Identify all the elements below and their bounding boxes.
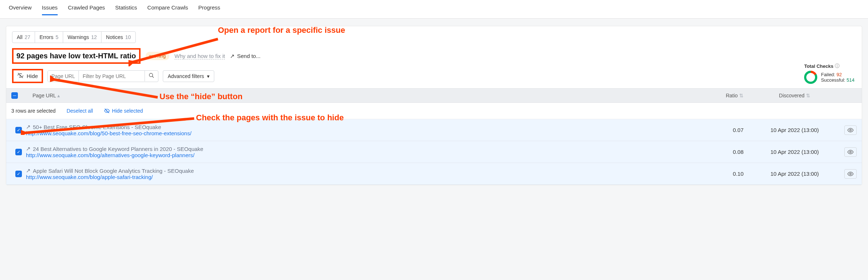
filter-count: 27	[25, 34, 31, 40]
row-checkbox[interactable]: ✓	[15, 171, 22, 177]
page-title: 50+ Best Free SEO Chrome Extensions - SE…	[33, 124, 161, 130]
hide-selected-label: Hide selected	[112, 108, 143, 114]
discovered-value: 10 Apr 2022 (13:00)	[754, 149, 835, 155]
success-label: Successful:	[821, 77, 845, 83]
total-checks-title: Total Checks	[804, 63, 833, 69]
svg-point-2	[850, 151, 852, 153]
main-tabs: Overview Issues Crawled Pages Statistics…	[0, 0, 868, 19]
hide-selected-link[interactable]: Hide selected	[104, 108, 143, 114]
chevron-down-icon: ▾	[207, 73, 210, 79]
svg-point-3	[850, 173, 852, 175]
discovered-value: 10 Apr 2022 (13:00)	[754, 127, 835, 133]
page-url-link[interactable]: http://www.seoquake.com/blog/apple-safar…	[26, 174, 703, 180]
share-icon: ↗	[230, 53, 235, 59]
view-button[interactable]	[844, 169, 857, 179]
donut-chart-icon	[804, 71, 817, 84]
info-icon[interactable]: ⓘ	[835, 63, 840, 69]
tab-progress[interactable]: Progress	[198, 3, 220, 15]
success-count: 514	[846, 77, 854, 83]
table-row: ✓ ↗Apple Safari Will Not Block Google An…	[6, 163, 862, 185]
issue-panel: All27 Errors5 Warnings12 Notices10 92 pa…	[6, 26, 862, 185]
page-url-link[interactable]: http://www.seoquake.com/blog/50-best-fre…	[26, 130, 703, 136]
col-ratio[interactable]: Ratio	[726, 93, 738, 98]
col-discovered[interactable]: Discovered	[779, 93, 804, 98]
filter-all[interactable]: All27	[12, 32, 35, 43]
discovered-value: 10 Apr 2022 (13:00)	[754, 171, 835, 177]
selection-count: 3 rows are selected	[11, 108, 55, 114]
filter-label: Errors	[39, 34, 53, 40]
failed-label: Failed:	[821, 72, 835, 77]
send-to-button[interactable]: ↗Send to...	[230, 53, 260, 59]
view-button[interactable]	[844, 125, 857, 135]
col-url[interactable]: Page URL	[32, 93, 56, 98]
ratio-value: 0.07	[703, 127, 754, 133]
table-row: ✓ ↗50+ Best Free SEO Chrome Extensions -…	[6, 119, 862, 141]
filter-label: Notices	[106, 34, 123, 40]
filter-errors[interactable]: Errors5	[35, 32, 63, 43]
filter-count: 10	[125, 34, 131, 40]
hide-label: Hide	[27, 73, 38, 79]
svg-point-0	[149, 73, 153, 77]
external-link-icon[interactable]: ↗	[26, 124, 31, 130]
severity-badge: warning	[146, 52, 170, 60]
tab-overview[interactable]: Overview	[9, 3, 32, 15]
filter-count: 12	[91, 34, 97, 40]
filter-count: 5	[55, 34, 58, 40]
filter-notices[interactable]: Notices10	[101, 32, 135, 43]
row-checkbox[interactable]: ✓	[15, 127, 22, 133]
tab-statistics[interactable]: Statistics	[115, 3, 137, 15]
url-filter-input[interactable]	[79, 71, 145, 82]
advanced-filters-button[interactable]: Advanced filters ▾	[163, 70, 214, 82]
row-checkbox[interactable]: ✓	[15, 149, 22, 155]
issue-title[interactable]: 92 pages have low text-HTML ratio	[12, 48, 141, 64]
sort-icon[interactable]: ▴	[57, 93, 60, 98]
tab-crawled-pages[interactable]: Crawled Pages	[68, 3, 105, 15]
filter-label: Warnings	[68, 34, 89, 40]
eye-icon	[847, 149, 854, 155]
filter-label: All	[17, 34, 23, 40]
search-button[interactable]	[145, 71, 158, 81]
external-link-icon[interactable]: ↗	[26, 167, 31, 174]
why-fix-link[interactable]: Why and how to fix it	[174, 53, 225, 59]
ratio-value: 0.08	[703, 149, 754, 155]
deselect-all-link[interactable]: Deselect all	[66, 108, 93, 114]
send-to-label: Send to...	[237, 53, 260, 59]
table-header: ─ Page URL ▴ Ratio ⇅ Discovered ⇅	[6, 88, 862, 103]
filter-warnings[interactable]: Warnings12	[63, 32, 101, 43]
page-title: Apple Safari Will Not Block Google Analy…	[33, 168, 194, 174]
page-title: 24 Best Alternatives to Google Keyword P…	[33, 146, 203, 152]
total-checks: Total Checks ⓘ Failed: 92 Successful: 51…	[804, 63, 854, 84]
external-link-icon[interactable]: ↗	[26, 145, 31, 152]
hide-button[interactable]: Hide	[12, 69, 43, 83]
hide-icon	[104, 108, 110, 114]
ratio-value: 0.10	[703, 171, 754, 177]
hide-icon	[17, 72, 24, 80]
table-row: ✓ ↗24 Best Alternatives to Google Keywor…	[6, 141, 862, 163]
select-all-checkbox[interactable]: ─	[11, 92, 18, 99]
svg-point-1	[850, 129, 852, 131]
sort-icon[interactable]: ⇅	[806, 93, 810, 98]
selection-bar: 3 rows are selected Deselect all Hide se…	[6, 103, 862, 119]
annotation-open-report: Open a report for a specific issue	[218, 26, 345, 35]
search-icon	[149, 73, 154, 78]
failed-count: 92	[837, 72, 842, 77]
sort-icon[interactable]: ⇅	[739, 93, 744, 98]
url-filter-group: Page URL	[47, 70, 159, 82]
tab-compare-crawls[interactable]: Compare Crawls	[147, 3, 188, 15]
issue-type-filters: All27 Errors5 Warnings12 Notices10	[12, 31, 136, 43]
advanced-filters-label: Advanced filters	[168, 73, 204, 79]
view-button[interactable]	[844, 147, 857, 157]
eye-icon	[847, 127, 854, 133]
tab-issues[interactable]: Issues	[42, 3, 58, 15]
page-url-link[interactable]: http://www.seoquake.com/blog/alternative…	[26, 152, 703, 158]
eye-icon	[847, 171, 854, 177]
url-filter-label: Page URL	[48, 71, 79, 82]
